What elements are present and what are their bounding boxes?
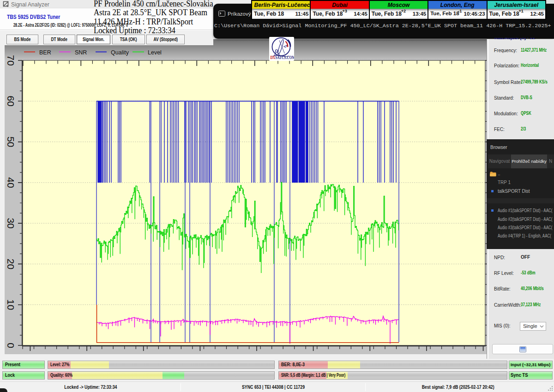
svg-text:40: 40: [6, 177, 16, 188]
svg-text:10: 10: [6, 299, 16, 310]
svg-text:Quality: Quality: [111, 49, 129, 56]
svg-text:SNR: SNR: [75, 49, 87, 56]
svg-text:DXSATCS.COM: DXSATCS.COM: [271, 55, 295, 60]
svg-text:50: 50: [6, 137, 16, 147]
svg-text:Level: Level: [148, 49, 162, 56]
svg-text:30: 30: [6, 218, 16, 228]
svg-text:60: 60: [6, 96, 16, 107]
svg-text:BER: BER: [39, 49, 51, 56]
svg-text:20: 20: [6, 259, 16, 269]
svg-text:0: 0: [6, 343, 16, 348]
svg-text:70: 70: [6, 55, 16, 65]
